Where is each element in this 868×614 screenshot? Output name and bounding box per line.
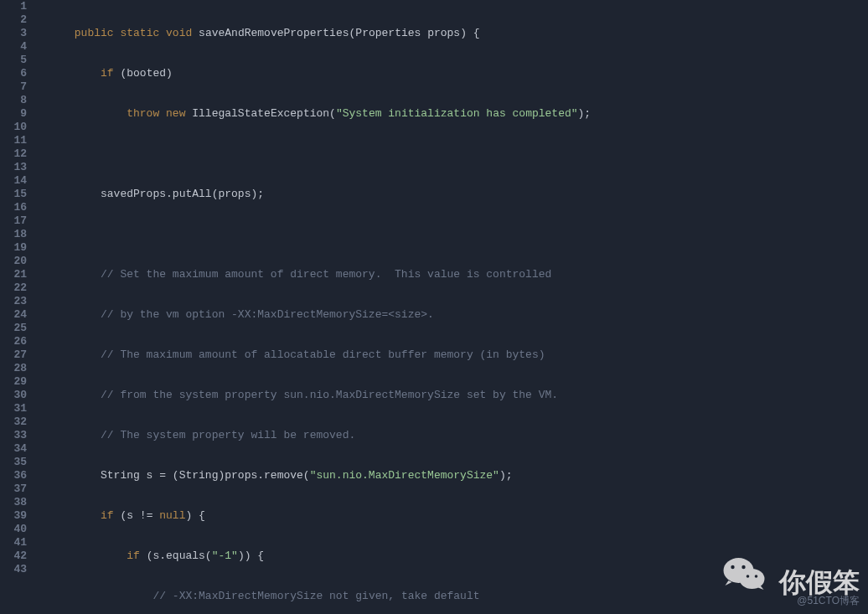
code-line: public static void saveAndRemoveProperti… xyxy=(35,27,868,40)
code-line: // from the system property sun.nio.MaxD… xyxy=(35,389,868,402)
line-number: 24 xyxy=(0,308,27,322)
svg-point-3 xyxy=(741,565,745,569)
code-line: if (s != null) { xyxy=(35,509,868,523)
line-number: 9 xyxy=(0,107,27,121)
svg-point-1 xyxy=(740,569,765,589)
code-line: // The system property will be removed. xyxy=(35,429,868,442)
line-number: 15 xyxy=(0,188,27,201)
line-number: 29 xyxy=(0,375,27,389)
line-number: 6 xyxy=(0,67,27,80)
code-line: savedProps.putAll(props); xyxy=(35,188,868,201)
code-line: // The maximum amount of allocatable dir… xyxy=(35,348,868,362)
code-line xyxy=(35,147,868,161)
line-number: 35 xyxy=(0,456,27,469)
watermark-text: 你假笨 xyxy=(779,575,860,589)
line-number: 39 xyxy=(0,509,27,523)
line-number: 41 xyxy=(0,536,27,550)
code-line: if (booted) xyxy=(35,67,868,80)
line-number: 8 xyxy=(0,94,27,107)
line-number: 18 xyxy=(0,228,27,241)
line-number: 17 xyxy=(0,214,27,228)
line-number-gutter: 1 2 3 4 5 6 7 8 9 10 11 12 13 14 15 16 1… xyxy=(0,0,32,614)
line-number: 37 xyxy=(0,482,27,496)
svg-point-2 xyxy=(731,565,734,569)
line-number: 16 xyxy=(0,201,27,214)
svg-point-5 xyxy=(755,575,758,578)
line-number: 28 xyxy=(0,362,27,375)
code-line: throw new IllegalStateException("System … xyxy=(35,107,868,121)
line-number: 33 xyxy=(0,429,27,442)
line-number: 19 xyxy=(0,241,27,255)
line-number: 23 xyxy=(0,295,27,308)
code-line: // by the vm option -XX:MaxDirectMemoryS… xyxy=(35,308,868,322)
line-number: 32 xyxy=(0,415,27,429)
line-number: 22 xyxy=(0,281,27,295)
line-number: 40 xyxy=(0,523,27,536)
line-number: 3 xyxy=(0,27,27,40)
line-number: 14 xyxy=(0,174,27,188)
line-number: 7 xyxy=(0,80,27,94)
line-number: 38 xyxy=(0,496,27,509)
line-number: 30 xyxy=(0,389,27,402)
line-number: 34 xyxy=(0,442,27,456)
line-number: 36 xyxy=(0,469,27,482)
line-number: 1 xyxy=(0,0,27,13)
line-number: 5 xyxy=(0,54,27,67)
code-line xyxy=(35,228,868,241)
watermark-source: @51CTO博客 xyxy=(797,594,860,607)
line-number: 11 xyxy=(0,134,27,147)
code-area[interactable]: public static void saveAndRemoveProperti… xyxy=(32,0,868,614)
svg-point-4 xyxy=(747,575,750,578)
line-number: 27 xyxy=(0,348,27,362)
wechat-icon xyxy=(721,555,767,593)
line-number: 13 xyxy=(0,161,27,174)
line-number: 43 xyxy=(0,563,27,576)
code-editor: 1 2 3 4 5 6 7 8 9 10 11 12 13 14 15 16 1… xyxy=(0,0,868,614)
line-number: 21 xyxy=(0,268,27,281)
line-number: 42 xyxy=(0,550,27,563)
line-number: 2 xyxy=(0,13,27,27)
line-number: 10 xyxy=(0,121,27,134)
code-line: // Set the maximum amount of direct memo… xyxy=(35,268,868,281)
line-number: 20 xyxy=(0,255,27,268)
line-number: 26 xyxy=(0,335,27,348)
line-number: 4 xyxy=(0,40,27,54)
line-number: 12 xyxy=(0,147,27,161)
code-line: String s = (String)props.remove("sun.nio… xyxy=(35,469,868,482)
line-number: 25 xyxy=(0,322,27,335)
line-number: 31 xyxy=(0,402,27,415)
